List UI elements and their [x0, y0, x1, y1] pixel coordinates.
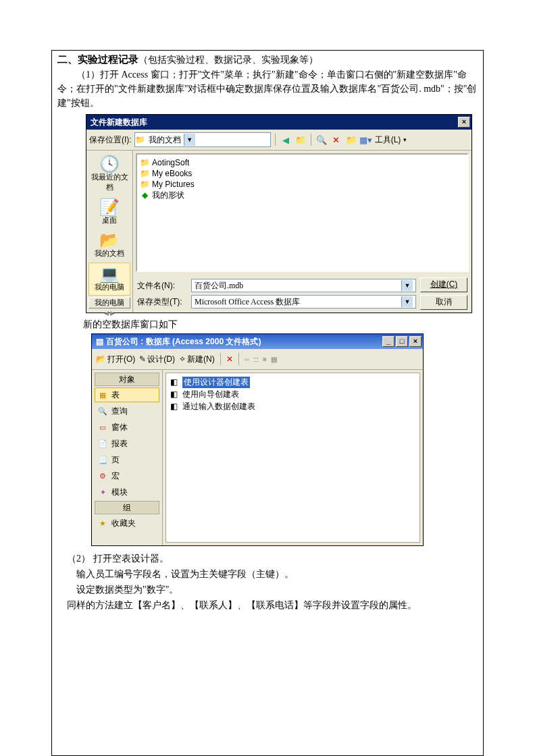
chevron-down-icon[interactable]: ▼: [401, 280, 413, 291]
place-mycomputer-btn[interactable]: 我的电脑: [88, 297, 130, 308]
report-icon: 📄: [98, 439, 107, 448]
window-title: 百货公司 : 数据库 (Access 2000 文件格式): [106, 336, 381, 348]
close-icon[interactable]: ×: [409, 336, 422, 347]
minimize-icon[interactable]: _: [382, 336, 394, 347]
list-item[interactable]: ◧使用设计器创建表: [169, 376, 417, 388]
list-item[interactable]: ◆我的形状: [140, 190, 465, 200]
views-icon[interactable]: ▦▾: [360, 134, 372, 146]
paragraph-3: 输入员工编号字段名，设置为主关键字段（主键）。: [76, 567, 478, 581]
view-list-icon[interactable]: ≡: [263, 356, 267, 363]
toolbar: 保存位置(I): 📁 我的文档 ▼ ◀ 📁 🔍 ✕ 📁 ▦▾ 工具(L)▾: [86, 130, 472, 151]
save-in-combo[interactable]: 📁 我的文档 ▼: [134, 132, 271, 147]
nav-forms[interactable]: ▭窗体: [95, 420, 159, 435]
mydocs-icon: 📂: [99, 232, 120, 248]
place-recent[interactable]: 🕓我最近的文档: [89, 153, 130, 195]
macro-icon: ⚙: [98, 472, 107, 481]
design-button[interactable]: ✎设计(D): [139, 354, 175, 365]
wizard-icon: ◧: [169, 389, 178, 399]
filetype-label: 保存类型(T):: [137, 296, 187, 308]
wizard-icon: ◧: [169, 402, 178, 411]
maximize-icon[interactable]: □: [396, 336, 408, 347]
folder-icon: 📁: [135, 135, 146, 144]
paragraph-5: 同样的方法建立【客户名】、【联系人】、【联系电话】等字段并设置字段的属性。: [67, 598, 478, 612]
nav-reports[interactable]: 📄报表: [95, 436, 159, 451]
nav-header-groups[interactable]: 组: [95, 501, 159, 514]
cancel-button[interactable]: 取消: [420, 295, 467, 310]
view-large-icon[interactable]: ▫▫: [245, 356, 249, 363]
place-mycomputer[interactable]: 💻我的电脑: [88, 263, 130, 296]
list-item[interactable]: ◧通过输入数据创建表: [169, 400, 417, 412]
close-icon[interactable]: ×: [458, 117, 470, 128]
shape-icon: ◆: [140, 190, 149, 200]
wizard-icon: ◧: [169, 377, 178, 387]
view-detail-icon[interactable]: ▤: [271, 356, 277, 363]
caption-1: 新的空数据库窗口如下: [83, 319, 478, 331]
save-in-label: 保存位置(I):: [89, 134, 132, 146]
object-list[interactable]: ◧使用设计器创建表 ◧使用向导创建表 ◧通过输入数据创建表: [165, 373, 420, 543]
delete-icon[interactable]: ✕: [226, 354, 233, 364]
nav-modules[interactable]: ✦模块: [95, 485, 159, 500]
new-button[interactable]: ✧新建(N): [179, 354, 215, 365]
nav-pages[interactable]: 📃页: [95, 452, 159, 467]
folder-icon: 📁: [140, 158, 149, 167]
chevron-down-icon[interactable]: ▼: [184, 134, 195, 146]
chevron-down-icon[interactable]: ▼: [401, 296, 413, 307]
place-mydocs[interactable]: 📂我的文档: [89, 230, 130, 261]
list-item[interactable]: ◧使用向导创建表: [169, 388, 417, 400]
filetype-combo[interactable]: Microsoft Office Access 数据库▼: [191, 295, 416, 308]
page-icon: 📃: [98, 456, 107, 464]
toolbar: 📂打开(O) ✎设计(D) ✧新建(N) ✕ ▫▫ ::: ≡ ▤: [92, 349, 423, 370]
folder-icon: 📁: [140, 169, 149, 178]
delete-icon[interactable]: ✕: [330, 134, 342, 146]
module-icon: ✦: [98, 488, 107, 497]
database-window: ▤ 百货公司 : 数据库 (Access 2000 文件格式) _ □ × 📂打…: [91, 333, 424, 546]
list-item[interactable]: 📁My Pictures: [140, 179, 465, 190]
list-item[interactable]: 📁My eBooks: [140, 168, 465, 179]
nav-tables[interactable]: ▦表: [95, 387, 159, 402]
desktop-icon: 📝: [99, 199, 120, 215]
filename-input[interactable]: 百货公司.mdb▼: [191, 279, 416, 292]
titlebar[interactable]: ▤ 百货公司 : 数据库 (Access 2000 文件格式) _ □ ×: [92, 334, 423, 349]
table-icon: ▦: [98, 391, 107, 400]
file-list[interactable]: 📁AotingSoft 📁My eBooks 📁My Pictures ◆我的形…: [136, 153, 469, 272]
section-heading: 二、实验过程记录（包括实验过程、数据记录、实验现象等）: [57, 53, 478, 66]
back-icon[interactable]: ◀: [280, 134, 292, 146]
file-new-database-dialog: 文件新建数据库 × 保存位置(I): 📁 我的文档 ▼ ◀ 📁 🔍 ✕ 📁 ▦▾…: [86, 114, 472, 313]
star-icon: ★: [98, 519, 107, 528]
filename-label: 文件名(N):: [137, 280, 187, 292]
new-folder-icon[interactable]: 📁: [345, 134, 357, 146]
up-icon[interactable]: 📁: [295, 134, 307, 146]
recent-icon: 🕓: [99, 156, 120, 172]
app-icon: ▤: [96, 337, 103, 346]
nav-favorites[interactable]: ★收藏夹: [95, 516, 159, 531]
open-button[interactable]: 📂打开(O): [96, 354, 135, 365]
form-icon: ▭: [98, 423, 107, 432]
list-item[interactable]: 📁AotingSoft: [140, 157, 465, 168]
create-button[interactable]: 创建(C): [420, 277, 467, 292]
objects-nav: 对象 ▦表 🔍查询 ▭窗体 📄报表 📃页 ⚙宏 ✦模块 组 ★收藏夹: [92, 370, 163, 545]
computer-icon: 💻: [99, 266, 120, 282]
tools-menu[interactable]: 工具(L): [375, 134, 401, 146]
paragraph-4: 设定数据类型为"数字"。: [76, 583, 478, 597]
titlebar[interactable]: 文件新建数据库 ×: [86, 115, 472, 130]
nav-queries[interactable]: 🔍查询: [95, 404, 159, 418]
paragraph-2: （2） 打开空表设计器。: [67, 551, 478, 566]
nav-header-objects[interactable]: 对象: [95, 373, 159, 386]
places-bar: 🕓我最近的文档 📝桌面 📂我的文档 💻我的电脑 我的电脑 ◀ ▶: [86, 151, 133, 313]
search-icon[interactable]: 🔍: [315, 134, 328, 146]
dialog-title: 文件新建数据库: [91, 117, 457, 128]
view-small-icon[interactable]: :::: [253, 356, 259, 363]
nav-macros[interactable]: ⚙宏: [95, 468, 159, 483]
paragraph-1: （1）打开 Access 窗口；打开"文件"菜单；执行"新建"命令；单击窗口右侧…: [57, 68, 478, 110]
place-desktop[interactable]: 📝桌面: [89, 196, 130, 228]
folder-icon: 📁: [140, 180, 149, 189]
query-icon: 🔍: [98, 407, 107, 416]
